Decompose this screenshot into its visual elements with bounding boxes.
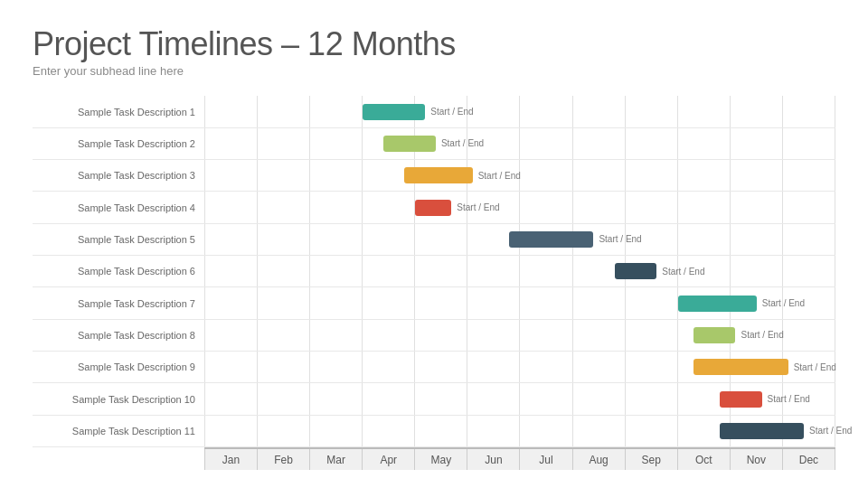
month-cell: Sep xyxy=(625,449,677,470)
gantt-bar: Start / End xyxy=(415,200,452,216)
task-label: Sample Task Description 2 xyxy=(33,138,204,149)
table-row: Sample Task Description 10Start / End xyxy=(33,383,835,415)
task-label: Sample Task Description 1 xyxy=(33,107,204,117)
grid-line xyxy=(467,287,519,318)
grid-line xyxy=(204,352,257,382)
grid-line xyxy=(519,160,571,191)
bar-date-label: Start / End xyxy=(457,202,499,212)
task-label: Sample Task Description 9 xyxy=(33,361,204,372)
grid-line xyxy=(572,96,625,127)
gantt-bar: Start / End xyxy=(363,104,426,120)
month-cell: Nov xyxy=(730,449,782,470)
grid-line xyxy=(625,128,677,159)
month-cell: Jan xyxy=(204,449,257,470)
bar-date-label: Start / End xyxy=(478,171,521,181)
gantt-rows: Sample Task Description 1Start / EndSamp… xyxy=(33,96,835,447)
gantt-bar: Start / End xyxy=(720,391,762,408)
task-label: Sample Task Description 11 xyxy=(33,426,204,436)
table-row: Sample Task Description 11Start / End xyxy=(33,416,835,447)
grid-line xyxy=(204,383,257,414)
grid-line xyxy=(309,287,362,318)
gantt-grid-cell: Start / End xyxy=(204,128,835,159)
task-label: Sample Task Description 4 xyxy=(33,202,204,213)
bar-date-label: Start / End xyxy=(441,138,484,148)
gantt-bar: Start / End xyxy=(693,359,788,375)
grid-line xyxy=(204,416,257,446)
grid-line xyxy=(677,128,730,159)
gantt-grid-cell: Start / End xyxy=(204,416,835,446)
grid-line xyxy=(362,352,414,382)
grid-line xyxy=(309,383,362,414)
grid-line xyxy=(625,96,677,127)
chart-area: Sample Task Description 1Start / EndSamp… xyxy=(33,96,835,470)
gantt-bar: Start / End xyxy=(383,136,436,152)
grid-line xyxy=(625,160,677,191)
table-row: Sample Task Description 8Start / End xyxy=(33,320,835,352)
grid-line xyxy=(467,256,519,286)
grid-line xyxy=(519,192,571,222)
grid-line xyxy=(625,352,677,382)
grid-line xyxy=(257,128,309,159)
month-cell: Apr xyxy=(362,449,414,470)
grid-line xyxy=(414,383,467,414)
grid-line xyxy=(730,160,782,191)
grid-line xyxy=(257,287,309,318)
grid-line xyxy=(519,256,571,286)
grid-line xyxy=(782,96,835,127)
grid-line xyxy=(782,224,835,255)
grid-line xyxy=(257,416,309,446)
bar-date-label: Start / End xyxy=(430,107,473,117)
grid-line xyxy=(467,352,519,382)
grid-line xyxy=(572,352,625,382)
grid-line xyxy=(204,96,257,127)
table-row: Sample Task Description 6Start / End xyxy=(33,256,835,287)
grid-line xyxy=(730,224,782,255)
month-cell: Oct xyxy=(677,449,730,470)
grid-line xyxy=(309,256,362,286)
grid-line xyxy=(625,320,677,351)
grid-line xyxy=(519,416,571,446)
task-label: Sample Task Description 7 xyxy=(33,298,204,309)
grid-line xyxy=(730,128,782,159)
grid-line xyxy=(414,352,467,382)
grid-line xyxy=(519,383,571,414)
grid-line xyxy=(677,224,730,255)
grid-line xyxy=(782,160,835,191)
gantt-bar: Start / End xyxy=(404,167,473,183)
grid-line xyxy=(309,160,362,191)
table-row: Sample Task Description 1Start / End xyxy=(33,96,835,127)
page: Project Timelines – 12 Months Enter your… xyxy=(0,0,868,488)
grid-line xyxy=(362,192,414,222)
grid-line xyxy=(519,128,571,159)
gantt-grid-cell: Start / End xyxy=(204,96,835,127)
grid-line xyxy=(309,224,362,255)
month-header: JanFebMarAprMayJunJulAugSepOctNovDec xyxy=(204,447,835,470)
month-cell: Jul xyxy=(519,449,571,470)
grid-line xyxy=(782,128,835,159)
grid-line xyxy=(257,352,309,382)
grid-line xyxy=(572,383,625,414)
gantt-grid-cell: Start / End xyxy=(204,320,835,351)
gantt-grid-cell: Start / End xyxy=(204,383,835,414)
month-cell: May xyxy=(414,449,467,470)
grid-line xyxy=(519,352,571,382)
month-cell: Mar xyxy=(309,449,362,470)
month-cell: Aug xyxy=(572,449,625,470)
grid-line xyxy=(625,383,677,414)
grid-line xyxy=(625,287,677,318)
gantt-grid-cell: Start / End xyxy=(204,256,835,286)
grid-line xyxy=(362,383,414,414)
grid-line xyxy=(625,416,677,446)
grid-line xyxy=(204,256,257,286)
grid-line xyxy=(257,96,309,127)
bar-date-label: Start / End xyxy=(794,362,836,372)
grid-line xyxy=(309,96,362,127)
grid-line xyxy=(204,192,257,222)
grid-line xyxy=(572,287,625,318)
grid-line xyxy=(414,256,467,286)
task-label: Sample Task Description 10 xyxy=(33,394,204,405)
grid-line xyxy=(309,416,362,446)
grid-line xyxy=(730,192,782,222)
grid-line xyxy=(572,320,625,351)
table-row: Sample Task Description 4Start / End xyxy=(33,192,835,223)
